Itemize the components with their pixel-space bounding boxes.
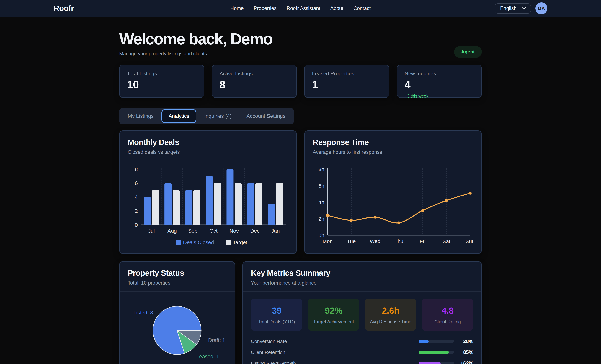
metric-value: 4.8 [425, 305, 470, 316]
property-status-body: Listed: 8Draft: 1Leased: 1 [120, 292, 235, 364]
svg-text:Jan: Jan [271, 228, 280, 234]
stat-label: Total Listings [127, 71, 197, 77]
stat-value: 10 [127, 79, 197, 90]
svg-text:2: 2 [135, 208, 138, 214]
stat-value: 8 [220, 79, 289, 90]
metric-label: Total Deals (YTD) [254, 319, 299, 325]
metric-label: Avg Response Time [368, 319, 413, 325]
nav-left-zone: Roofr [54, 4, 230, 13]
svg-text:2h: 2h [319, 216, 324, 222]
top-nav: Roofr Home Properties Roofr Assistant Ab… [0, 0, 601, 17]
property-status-header: Property Status Total: 10 properties [120, 262, 235, 292]
nav-right-zone: English DA [371, 2, 547, 14]
stat-label: New Inquiries [405, 71, 474, 77]
stat-card-leased-properties: Leased Properties 1 [304, 65, 390, 98]
svg-text:Dec: Dec [250, 228, 260, 234]
stats-grid: Total Listings 10 Active Listings 8 Leas… [119, 65, 482, 98]
metric-tile-avg-response-time: 2.6h Avg Response Time [365, 298, 416, 331]
svg-text:6: 6 [135, 180, 138, 186]
svg-text:Mon: Mon [323, 238, 333, 244]
progress-value: 28% [454, 339, 473, 344]
svg-text:0: 0 [135, 222, 138, 228]
metric-label: Client Rating [425, 319, 470, 325]
metric-label: Target Achievement [311, 319, 356, 325]
avatar[interactable]: DA [535, 2, 547, 14]
tab-inquiries[interactable]: Inquiries (4) [197, 109, 239, 123]
progress-label: Listing Views Growth [251, 361, 296, 364]
card-subtitle: Closed deals vs targets [128, 149, 288, 155]
progress-fill [419, 362, 441, 364]
response-time-line-chart: 0h2h4h6h8hMonTueWedThuFriSatSun [313, 166, 473, 250]
progress-track [419, 362, 454, 364]
card-title: Response Time [313, 138, 473, 147]
progress-row-conversion-rate: Conversion Rate 28% [251, 339, 473, 344]
stat-card-active-listings: Active Listings 8 [212, 65, 297, 98]
svg-text:Oct: Oct [209, 228, 218, 234]
tab-analytics[interactable]: Analytics [161, 109, 196, 123]
language-select[interactable]: English [495, 3, 531, 14]
svg-text:8: 8 [135, 167, 138, 172]
svg-text:4: 4 [135, 194, 138, 200]
svg-text:Nov: Nov [230, 228, 239, 234]
svg-text:Aug: Aug [167, 228, 177, 234]
stat-card-total-listings: Total Listings 10 [119, 65, 204, 98]
page-subtitle: Manage your property listings and client… [119, 51, 482, 57]
svg-text:Thu: Thu [394, 238, 403, 244]
page-title: Welcome back, Demo [119, 30, 482, 47]
nav-link-home[interactable]: Home [230, 6, 244, 11]
svg-text:Listed: 8: Listed: 8 [133, 310, 153, 315]
nav-link-roofr-assistant[interactable]: Roofr Assistant [287, 6, 320, 11]
svg-text:4h: 4h [319, 199, 324, 205]
stat-value: 4 [405, 79, 474, 90]
svg-text:6h: 6h [319, 183, 324, 189]
monthly-deals-body: 02468JulAugSepOctNovDecJanDeals ClosedTa… [120, 161, 296, 253]
agent-badge: Agent [454, 46, 482, 58]
tab-my-listings[interactable]: My Listings [121, 109, 161, 123]
nav-inner: Roofr Home Properties Roofr Assistant Ab… [54, 2, 547, 14]
progress-label: Conversion Rate [251, 339, 287, 344]
stat-note: +3 this week [405, 94, 474, 99]
card-subtitle: Total: 10 properties [128, 280, 226, 286]
metric-value: 2.6h [368, 305, 413, 316]
svg-text:0h: 0h [319, 232, 324, 238]
tab-bar: My Listings Analytics Inquiries (4) Acco… [119, 108, 294, 125]
progress-row-client-retention: Client Retention 85% [251, 350, 473, 355]
metric-value: 39 [254, 305, 299, 316]
charts-row: Monthly Deals Closed deals vs targets 02… [119, 130, 482, 254]
monthly-deals-card: Monthly Deals Closed deals vs targets 02… [119, 130, 297, 254]
metric-tile-client-rating: 4.8 Client Rating [422, 298, 473, 331]
progress-fill [419, 340, 429, 343]
brand-logo[interactable]: Roofr [54, 4, 74, 13]
nav-link-about[interactable]: About [331, 6, 344, 11]
nav-link-contact[interactable]: Contact [353, 6, 371, 11]
tab-account-settings[interactable]: Account Settings [240, 109, 292, 123]
svg-text:Tue: Tue [347, 238, 356, 244]
card-title: Property Status [128, 269, 226, 277]
progress-row-listing-views-growth: Listing Views Growth +62% [251, 361, 473, 364]
card-title: Key Metrics Summary [251, 269, 473, 277]
page: Roofr Home Properties Roofr Assistant Ab… [0, 0, 601, 364]
progress-list: Conversion Rate 28% Client Retention 85%… [251, 339, 473, 364]
svg-text:Sat: Sat [442, 238, 450, 244]
key-metrics-header: Key Metrics Summary Your performance at … [243, 262, 481, 292]
monthly-deals-header: Monthly Deals Closed deals vs targets [120, 131, 296, 161]
svg-text:Fri: Fri [420, 238, 426, 244]
response-time-header: Response Time Average hours to first res… [305, 131, 481, 161]
metric-tile-target-achievement: 92% Target Achievement [308, 298, 359, 331]
svg-text:Leased: 1: Leased: 1 [196, 354, 219, 359]
key-metrics-body: 39 Total Deals (YTD) 92% Target Achievem… [243, 292, 481, 364]
svg-text:Target: Target [233, 239, 247, 245]
progress-fill [419, 351, 449, 354]
language-select-value: English [500, 6, 517, 11]
progress-track [419, 340, 454, 343]
nav-link-properties[interactable]: Properties [254, 6, 277, 11]
metrics-grid: 39 Total Deals (YTD) 92% Target Achievem… [251, 298, 473, 331]
stat-label: Leased Properties [312, 71, 382, 77]
svg-text:Sep: Sep [188, 228, 198, 234]
chevron-down-icon [522, 7, 526, 10]
property-status-card: Property Status Total: 10 properties Lis… [119, 261, 235, 364]
main-content: Welcome back, Demo Manage your property … [119, 17, 482, 364]
progress-value: 85% [454, 350, 473, 355]
svg-text:Deals Closed: Deals Closed [183, 239, 214, 245]
bottom-row: Property Status Total: 10 properties Lis… [119, 261, 482, 364]
